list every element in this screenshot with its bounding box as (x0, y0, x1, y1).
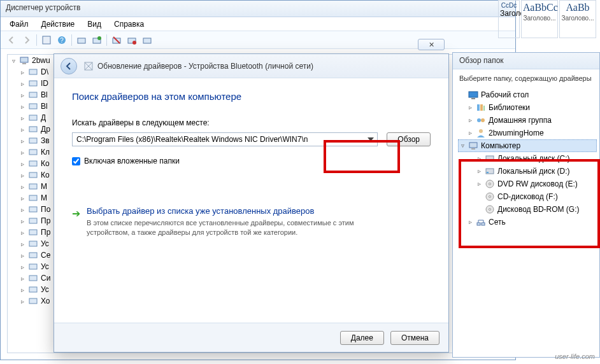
device-category-icon (28, 216, 38, 226)
svg-rect-13 (29, 69, 37, 74)
toolbar-uninstall-icon[interactable] (110, 33, 124, 47)
arrow-left-icon (64, 62, 73, 71)
tree-expander-icon[interactable]: ▹ (19, 115, 25, 121)
toolbar-fwd-icon[interactable] (20, 33, 34, 47)
svg-point-43 (481, 118, 485, 122)
toolbar-refresh-icon[interactable] (140, 33, 154, 47)
pick-from-list-link[interactable]: ➔ Выбрать драйвер из списка уже установл… (72, 204, 431, 240)
device-category-icon (28, 136, 38, 146)
svg-rect-31 (29, 276, 37, 281)
toolbar-properties-icon[interactable] (39, 33, 54, 47)
tree-expander-icon[interactable]: ▹ (19, 241, 25, 247)
svg-rect-0 (43, 36, 50, 44)
tree-expander-icon[interactable]: ▹ (19, 206, 25, 213)
tree-expander-icon[interactable]: ▹ (467, 115, 473, 126)
toolbar-back-icon[interactable] (4, 33, 18, 47)
browse-title-text: Обзор папок (459, 56, 504, 65)
next-button[interactable]: Далее (340, 331, 384, 345)
menu-view[interactable]: Вид (82, 18, 106, 29)
tree-row-label: Bl (41, 90, 48, 99)
browse-tree[interactable]: Рабочий стол▹Библиотеки▹Домашняя группа▹… (453, 85, 599, 232)
device-category-icon (28, 124, 38, 134)
browse-tree-item[interactable]: ▹Библиотеки (458, 101, 597, 114)
wizard-back-button[interactable] (61, 58, 77, 74)
device-placeholder-icon (83, 61, 94, 71)
tree-expander-icon[interactable]: ▹ (19, 137, 25, 144)
menu-help[interactable]: Справка (109, 18, 149, 29)
browse-tree-item[interactable]: ▹DVD RW дисковод (E:) (458, 178, 597, 190)
tree-expander-icon[interactable]: ▹ (19, 183, 25, 190)
device-category-icon (28, 113, 38, 123)
device-category-icon (28, 101, 38, 111)
browse-tree-item[interactable]: ▿Компьютер (458, 139, 597, 152)
wizard-header-title: Обновление драйверов - Устройства Blueto… (97, 62, 313, 71)
browse-subtitle: Выберите папку, содержащую драйверы (453, 69, 599, 85)
tree-expander-icon[interactable]: ▹ (19, 286, 25, 293)
tree-expander-icon[interactable]: ▹ (19, 275, 25, 281)
tree-expander-icon[interactable]: ▹ (467, 102, 473, 113)
tree-expander-icon[interactable]: ▹ (467, 216, 473, 228)
toolbar-disable-icon[interactable] (125, 33, 139, 47)
tree-expander-icon[interactable]: ▹ (19, 92, 25, 98)
browse-item-label: 2bwumingHome (489, 127, 544, 139)
tree-row-label: По (41, 205, 50, 214)
include-subfolders-checkbox[interactable] (72, 157, 80, 165)
search-location-label: Искать драйверы в следующем месте: (72, 118, 431, 127)
menu-file[interactable]: Файл (4, 18, 34, 29)
svg-rect-57 (477, 223, 480, 225)
browse-button[interactable]: Обзор (387, 132, 431, 146)
svg-rect-39 (477, 104, 480, 111)
browse-tree-item[interactable]: ▹Локальный диск (D:) (458, 165, 597, 178)
tree-expander-icon[interactable]: ▿ (10, 57, 17, 64)
tree-expander-icon[interactable]: ▹ (19, 218, 25, 224)
tree-expander-icon[interactable]: ▿ (459, 140, 466, 151)
menu-action[interactable]: Действие (36, 18, 80, 29)
tree-expander-icon[interactable]: ▹ (476, 165, 482, 177)
browse-tree-item[interactable]: CD-дисковод (F:) (458, 190, 597, 203)
tree-expander-icon[interactable]: ▹ (19, 103, 25, 109)
tree-expander-icon[interactable]: ▹ (19, 195, 25, 201)
tree-expander-icon[interactable]: ▹ (19, 80, 25, 87)
tree-expander-icon[interactable]: ▹ (19, 149, 25, 155)
svg-point-42 (477, 118, 481, 122)
tree-expander-icon[interactable]: ▹ (467, 127, 473, 139)
svg-rect-14 (29, 81, 37, 86)
toolbar-update-icon[interactable] (90, 33, 104, 47)
tree-expander-icon[interactable]: ▹ (19, 298, 25, 304)
driver-update-wizard: ✕ Обновление драйверов - Устройства Blue… (54, 53, 449, 353)
browse-tree-item[interactable]: ▹2bwumingHome (458, 127, 597, 139)
device-category-icon (28, 284, 38, 295)
tree-expander-icon[interactable]: ▹ (19, 160, 25, 167)
wizard-close-button[interactable]: ✕ (418, 39, 445, 50)
svg-rect-38 (471, 98, 475, 99)
watermark: user-life.com (555, 353, 595, 360)
tree-expander-icon[interactable]: ▹ (19, 229, 25, 235)
tree-expander-icon[interactable]: ▹ (19, 172, 25, 178)
tree-expander-icon[interactable]: ▹ (476, 153, 482, 164)
browse-tree-item[interactable]: ▹Домашняя группа (458, 114, 597, 127)
tree-expander-icon[interactable]: ▹ (19, 263, 25, 270)
device-category-icon (28, 181, 38, 192)
driver-path-combobox[interactable] (72, 132, 378, 146)
cancel-button[interactable]: Отмена (390, 331, 439, 345)
style-cell-2[interactable]: АаBb Заголово... (559, 0, 596, 38)
browse-tree-item[interactable]: ▹Сеть (458, 216, 597, 228)
toolbar-help-icon[interactable]: ? (55, 33, 69, 47)
browse-tree-item[interactable]: ▹Локальный диск (C:) (458, 152, 597, 165)
style-cell-1[interactable]: АаBbCc Заголово... (521, 0, 558, 38)
browse-tree-item[interactable]: Рабочий стол (458, 88, 597, 101)
toolbar-scan-icon[interactable] (75, 33, 89, 47)
browse-item-label: Локальный диск (C:) (497, 153, 570, 164)
tree-expander-icon[interactable]: ▹ (19, 126, 25, 132)
tree-row-label: Зв (41, 136, 50, 145)
include-subfolders-label: Включая вложенные папки (84, 157, 180, 165)
tree-expander-icon[interactable]: ▹ (19, 69, 25, 75)
tree-row-label: Хо (41, 297, 50, 305)
tree-expander-icon[interactable]: ▹ (19, 252, 25, 258)
device-category-icon (28, 239, 38, 249)
include-subfolders-row[interactable]: Включая вложенные папки (72, 157, 431, 165)
tree-expander-icon[interactable]: ▹ (476, 178, 482, 190)
browse-tree-item[interactable]: Дисковод BD-ROM (G:) (458, 203, 597, 216)
svg-rect-58 (482, 223, 485, 225)
close-icon: ✕ (429, 41, 434, 49)
